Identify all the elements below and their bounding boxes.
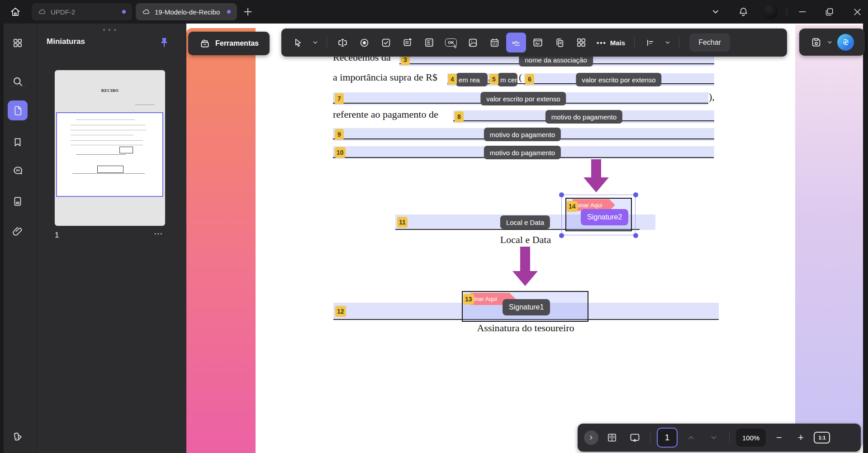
align-icon [645,37,656,48]
thumb-signature-box [119,147,133,153]
resize-handle-top-right[interactable] [633,192,638,197]
slideshow-button[interactable] [626,429,644,447]
maximize-button[interactable] [821,5,837,19]
actual-size-button[interactable]: 1:1 [814,432,830,443]
page-layout-button[interactable] [603,429,621,447]
sidebar-item-form-fields[interactable] [8,191,28,211]
cursor-icon [452,43,458,49]
list-box-icon [423,37,435,48]
panel-resize-handle[interactable] [103,29,116,31]
page-navigation-toolbar: 100% − + 1:1 [578,424,861,452]
resize-handle-top-left[interactable] [559,192,564,197]
field-manager-tool-button[interactable] [571,33,591,52]
save-options-dropdown[interactable] [826,38,834,46]
thumbnails-panel: Miniaturas RECIBO 1 ... [37,24,186,453]
chevron-down-icon [710,6,721,17]
field-number-badge: 10 [335,147,346,158]
push-button-tool-button[interactable]: OK [441,33,461,52]
user-avatar[interactable] [763,4,778,19]
combo-box-tool-button[interactable] [398,33,417,52]
maximize-icon [824,7,835,17]
more-tools-button[interactable]: ••• Mais [593,39,629,47]
cloud-icon [142,8,151,16]
toolbar-separator [679,37,679,48]
page-thumbnail[interactable]: RECIBO [55,70,165,226]
sidebar-item-home-grid[interactable] [8,33,28,53]
signature-window-icon [532,37,544,48]
form-document-icon [12,196,24,207]
chevron-down-icon [311,38,319,47]
thumbnail-viewport-box [56,112,163,197]
list-box-tool-button[interactable] [419,33,439,52]
checkbox-tool-button[interactable] [376,33,396,52]
select-tool-button[interactable] [288,33,308,52]
toolbar-separator [650,432,650,443]
sidebar-item-bookmarks[interactable] [8,132,28,152]
tools-menu-button[interactable]: Ferramentas [188,32,270,55]
zoom-level-display[interactable]: 100% [736,429,766,447]
sidebar-item-search[interactable] [8,72,28,91]
left-sidebar [0,24,36,453]
signature-icon [510,37,522,49]
alignment-tool-button[interactable] [640,33,660,52]
duplicate-fields-tool-button[interactable] [550,33,569,52]
tabs-dropdown-button[interactable] [708,5,723,19]
digital-signature-tool-button[interactable] [528,33,548,52]
zoom-out-button[interactable]: − [770,429,787,446]
cloud-icon [38,8,47,16]
date-field-tool-button[interactable] [484,33,504,52]
doc-text-line4: referente ao pagamento de [333,109,438,120]
titlebar-separator [787,7,787,16]
save-toolbar [799,29,865,56]
text-field-tool-button[interactable] [332,33,352,52]
signature-field-tooltip: Signature1 [503,299,550,315]
titlebar: UPDF-2 19-Modelo-de-Recibo [0,0,868,24]
left-gradient-strip [186,28,256,453]
field-tooltip: valor escrito por extenso [576,73,661,86]
combo-box-icon [402,37,413,48]
doc-text-assinatura: Assinatura do tesoureiro [477,322,574,334]
chevron-down-icon [826,38,834,46]
tab-updf-2[interactable]: UPDF-2 [32,3,132,20]
collapse-toolbar-button[interactable] [584,430,598,445]
signature-field-tool-button[interactable] [506,33,526,52]
save-floppy-icon [810,36,822,48]
thumb-line [76,154,126,155]
sidebar-item-attachments[interactable] [8,221,28,241]
zoom-in-button[interactable]: + [792,429,809,446]
next-page-button[interactable] [705,429,723,447]
previous-page-button[interactable] [682,429,700,447]
resize-handle-bottom-left[interactable] [559,233,564,238]
sidebar-item-thumbnails[interactable] [8,100,28,120]
more-tools-label: Mais [610,39,625,47]
notifications-button[interactable] [735,5,751,19]
tab-19-modelo-de-recibo[interactable]: 19-Modelo-de-Recibo [136,3,237,20]
sidebar-item-appearance[interactable] [8,426,28,446]
save-button[interactable] [810,36,822,48]
selection-outline[interactable] [561,195,636,235]
close-form-mode-button[interactable]: Fechar [689,33,730,52]
sidebar-item-comments[interactable] [8,161,28,181]
select-tool-dropdown[interactable] [309,33,321,52]
updf-ai-button[interactable] [837,34,854,51]
toolbox-icon [199,38,211,49]
radio-button-tool-button[interactable] [354,33,374,52]
home-button[interactable] [6,4,24,20]
new-tab-button[interactable] [242,5,254,18]
cursor-icon [292,37,304,48]
bell-icon [738,6,749,18]
thumbnail-more-button[interactable]: ... [154,228,163,236]
field-number-badge: 4 [448,74,457,85]
pin-panel-button[interactable] [157,35,171,50]
image-field-tool-button[interactable] [463,33,483,52]
grid-icon [575,37,587,48]
unsaved-dot [227,10,231,14]
page-number-input[interactable] [657,428,678,448]
close-window-button[interactable] [849,5,865,19]
alignment-dropdown[interactable] [662,33,674,52]
field-number-badge: 12 [335,306,346,317]
chevron-up-icon [686,433,696,443]
resize-handle-bottom-right[interactable] [633,233,638,238]
minimize-button[interactable] [795,5,810,19]
field-number-badge: 8 [455,111,464,122]
